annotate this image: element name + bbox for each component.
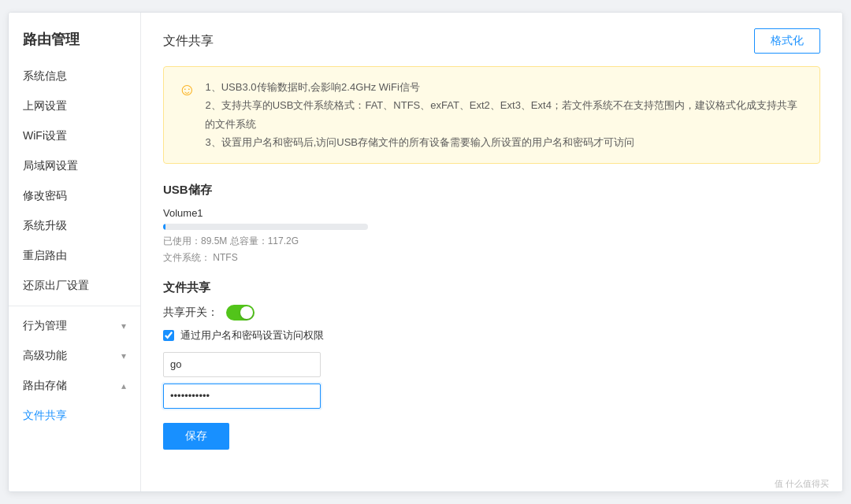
toggle-label: 共享开关： [163, 306, 218, 320]
fs-value: NTFS [213, 252, 237, 263]
storage-progress-fill [163, 224, 165, 230]
password-input[interactable] [163, 384, 321, 409]
storage-info-text: 已使用：89.5M 总容量：117.2G [163, 235, 820, 248]
watermark: 值 什么值得买 [775, 478, 829, 490]
usb-section-title: USB储存 [163, 183, 820, 198]
username-input[interactable] [163, 352, 321, 377]
main-content: 文件共享 格式化 ☺ 1、USB3.0传输数据时,会影响2.4GHz WiFi信… [141, 13, 842, 491]
notice-line-1: 1、USB3.0传输数据时,会影响2.4GHz WiFi信号 [205, 78, 805, 96]
sidebar-item-reboot[interactable]: 重启路由 [9, 241, 140, 271]
sidebar-item-password[interactable]: 修改密码 [9, 181, 140, 211]
fs-label: 文件系统： [163, 252, 210, 263]
sidebar-item-lan[interactable]: 局域网设置 [9, 151, 140, 181]
sidebar-divider [9, 306, 140, 306]
page-title: 文件共享 [163, 33, 214, 50]
storage-progress-bar [163, 224, 368, 230]
share-toggle-row: 共享开关： [163, 305, 820, 321]
filesystem-info: 文件系统： NTFS [163, 251, 820, 265]
sidebar-item-wifi[interactable]: WiFi设置 [9, 121, 140, 151]
save-button[interactable]: 保存 [163, 423, 229, 450]
share-toggle-switch[interactable] [226, 305, 255, 321]
checkbox-row: 通过用户名和密码设置访问权限 [163, 328, 820, 343]
sidebar-item-factory-reset[interactable]: 还原出厂设置 [9, 271, 140, 301]
sidebar-item-network[interactable]: 上网设置 [9, 91, 140, 121]
page-header: 文件共享 格式化 [163, 28, 820, 54]
format-button[interactable]: 格式化 [754, 28, 820, 54]
chevron-down-icon: ▾ [121, 321, 126, 332]
sidebar: 路由管理 系统信息 上网设置 WiFi设置 局域网设置 修改密码 系统升级 重启… [9, 13, 141, 491]
notice-line-2: 2、支持共享的USB文件系统格式：FAT、NTFS、exFAT、Ext2、Ext… [205, 96, 805, 133]
sidebar-group-storage[interactable]: 路由存储 ▴ [9, 371, 140, 401]
chevron-up-icon: ▴ [121, 380, 126, 391]
file-sharing-section: 文件共享 共享开关： 通过用户名和密码设置访问权限 保存 [163, 280, 820, 450]
sidebar-item-upgrade[interactable]: 系统升级 [9, 211, 140, 241]
sidebar-item-sysinfo[interactable]: 系统信息 [9, 61, 140, 91]
volume-name: Volume1 [163, 207, 820, 219]
smiley-icon: ☺ [178, 80, 195, 100]
sidebar-group-advanced[interactable]: 高级功能 ▾ [9, 341, 140, 371]
access-control-checkbox[interactable] [163, 330, 174, 341]
sidebar-group-behavior[interactable]: 行为管理 ▾ [9, 311, 140, 341]
toggle-knob [240, 306, 253, 319]
notice-text: 1、USB3.0传输数据时,会影响2.4GHz WiFi信号 2、支持共享的US… [205, 78, 805, 152]
checkbox-label: 通过用户名和密码设置访问权限 [180, 328, 324, 343]
sidebar-item-fileshare[interactable]: 文件共享 [9, 401, 140, 431]
usb-storage-section: USB储存 Volume1 已使用：89.5M 总容量：117.2G 文件系统：… [163, 183, 820, 265]
sidebar-title: 路由管理 [9, 20, 140, 61]
notice-box: ☺ 1、USB3.0传输数据时,会影响2.4GHz WiFi信号 2、支持共享的… [163, 66, 820, 164]
notice-line-3: 3、设置用户名和密码后,访问USB存储文件的所有设备需要输入所设置的用户名和密码… [205, 133, 805, 151]
file-share-section-title: 文件共享 [163, 280, 820, 295]
chevron-down-icon: ▾ [121, 350, 126, 361]
